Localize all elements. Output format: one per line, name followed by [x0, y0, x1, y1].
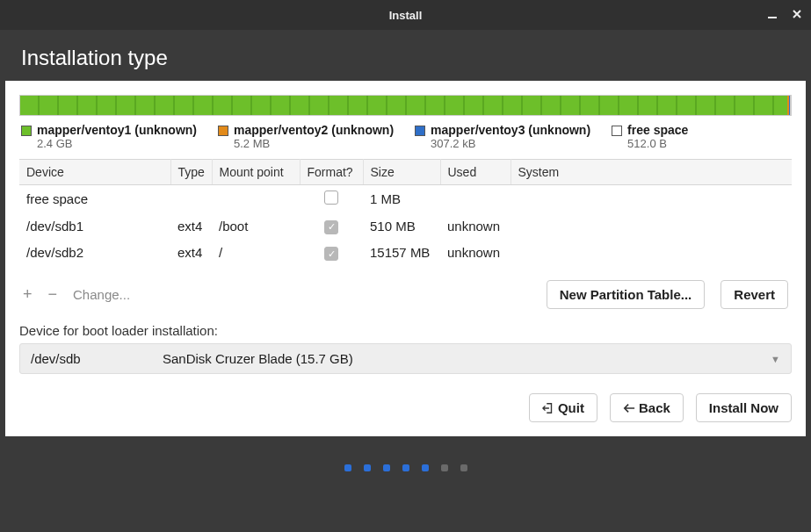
col-header-mount[interactable]: Mount point — [212, 160, 300, 185]
table-row[interactable]: /dev/sdb1ext4/boot✓510 MBunknown — [19, 212, 792, 240]
cell-device: free space — [19, 185, 170, 212]
install-now-button[interactable]: Install Now — [696, 393, 792, 422]
partition-bar[interactable] — [19, 95, 792, 116]
cell-system — [510, 212, 792, 240]
cell-used: unknown — [440, 212, 510, 240]
partition-table: Device Type Mount point Format? Size Use… — [19, 159, 792, 185]
progress-dot — [383, 464, 390, 471]
cell-system — [510, 240, 792, 267]
format-checkbox[interactable] — [324, 191, 338, 205]
progress-dot — [441, 464, 448, 471]
chevron-down-icon: ▼ — [771, 354, 780, 364]
progress-dots — [0, 464, 811, 471]
window-title: Install — [389, 9, 423, 22]
progress-dot — [402, 464, 409, 471]
partition-toolbar: + − Change... New Partition Table... Rev… — [19, 271, 792, 314]
col-header-type[interactable]: Type — [170, 160, 212, 185]
progress-dot — [344, 464, 351, 471]
quit-button[interactable]: Quit — [529, 393, 597, 422]
back-button[interactable]: Back — [610, 393, 684, 422]
cell-type: ext4 — [170, 212, 212, 240]
remove-partition-button[interactable]: − — [48, 285, 58, 304]
legend-item: mapper/ventoy3 (unknown) 307.2 kB — [415, 123, 590, 150]
minimize-icon[interactable] — [767, 9, 778, 22]
cell-device: /dev/sdb2 — [19, 240, 170, 267]
cell-system — [510, 185, 792, 212]
cell-size: 1 MB — [363, 185, 440, 212]
cell-type: ext4 — [170, 240, 212, 267]
cell-device: /dev/sdb1 — [19, 212, 170, 240]
footer-actions: Quit Back Install Now — [19, 374, 792, 422]
main-panel: mapper/ventoy1 (unknown) 2.4 GB mapper/v… — [5, 81, 806, 436]
table-row[interactable]: free space1 MB — [19, 185, 792, 212]
cell-mount: / — [212, 240, 300, 267]
bootloader-device: /dev/sdb — [31, 351, 163, 366]
partition-segment-ventoy1[interactable] — [20, 96, 787, 115]
col-header-device[interactable]: Device — [19, 160, 170, 185]
cell-mount — [212, 185, 300, 212]
progress-dot — [364, 464, 371, 471]
page-title: Installation type — [0, 30, 811, 81]
table-header-row: Device Type Mount point Format? Size Use… — [19, 160, 792, 185]
partition-segment-free[interactable] — [790, 96, 791, 115]
col-header-used[interactable]: Used — [440, 160, 510, 185]
col-header-format[interactable]: Format? — [300, 160, 363, 185]
change-partition-button[interactable]: Change... — [73, 287, 130, 302]
bootloader-device-select[interactable]: /dev/sdb SanDisk Cruzer Blade (15.7 GB) … — [19, 343, 792, 374]
titlebar[interactable]: Install — [0, 0, 811, 30]
legend-item: free space 512.0 B — [612, 123, 688, 150]
legend-swatch — [21, 126, 32, 136]
cell-size: 510 MB — [363, 212, 440, 240]
progress-dot — [422, 464, 429, 471]
cell-format: ✓ — [300, 212, 363, 240]
legend-item: mapper/ventoy2 (unknown) 5.2 MB — [218, 123, 394, 150]
format-checkbox[interactable]: ✓ — [324, 247, 338, 261]
bootloader-label: Device for boot loader installation: — [19, 323, 792, 338]
cell-type — [170, 185, 212, 212]
close-icon[interactable] — [792, 9, 802, 22]
progress-dot — [460, 464, 467, 471]
cell-format: ✓ — [300, 240, 363, 267]
cell-used: unknown — [440, 240, 510, 267]
legend-swatch — [415, 126, 425, 136]
cell-size: 15157 MB — [363, 240, 440, 267]
legend-swatch — [218, 126, 228, 136]
add-partition-button[interactable]: + — [23, 285, 33, 304]
bootloader-description: SanDisk Cruzer Blade (15.7 GB) — [163, 351, 771, 366]
col-header-size[interactable]: Size — [363, 160, 440, 185]
svg-rect-0 — [768, 17, 777, 18]
col-header-system[interactable]: System — [510, 160, 792, 185]
cell-used — [440, 185, 510, 212]
table-row[interactable]: /dev/sdb2ext4/✓15157 MBunknown — [19, 240, 792, 267]
partition-legend: mapper/ventoy1 (unknown) 2.4 GB mapper/v… — [19, 123, 792, 159]
cell-format — [300, 185, 363, 212]
legend-swatch — [612, 126, 622, 136]
format-checkbox[interactable]: ✓ — [324, 220, 338, 234]
new-partition-table-button[interactable]: New Partition Table... — [547, 280, 706, 309]
revert-button[interactable]: Revert — [720, 280, 788, 309]
legend-item: mapper/ventoy1 (unknown) 2.4 GB — [21, 123, 197, 150]
cell-mount: /boot — [212, 212, 300, 240]
